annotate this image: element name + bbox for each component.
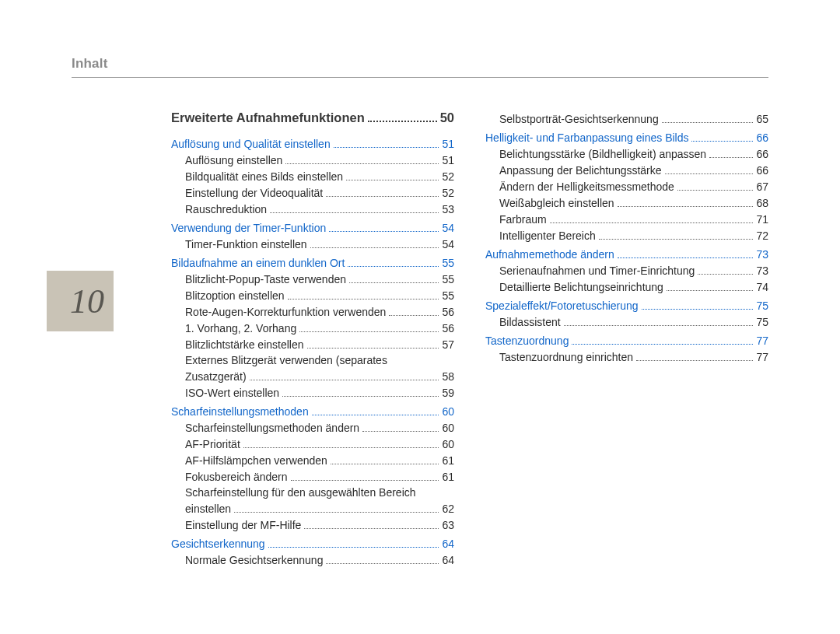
toc-section-page: 60 <box>442 404 454 419</box>
toc-sub-entry[interactable]: Rauschreduktion53 <box>171 201 454 217</box>
toc-sub-entry[interactable]: AF-Priorität60 <box>171 436 454 452</box>
toc-section-entry[interactable]: Tastenzuordnung77 <box>485 333 768 349</box>
leader-dots <box>389 315 439 316</box>
toc-sub-label: 1. Vorhang, 2. Vorhang <box>171 321 296 336</box>
toc-section-entry[interactable]: Aufnahmemethode ändern73 <box>485 247 768 262</box>
toc-sub-entry[interactable]: Einstellung der Videoqualität52 <box>171 185 454 201</box>
toc-sub-entry[interactable]: Tastenzuordnung einrichten77 <box>485 349 768 365</box>
toc-sub-page: 59 <box>442 385 454 401</box>
toc-section-label: Tastenzuordnung <box>485 333 569 349</box>
toc-sub-label: Fokusbereich ändern <box>171 469 288 485</box>
leader-dots <box>334 147 439 148</box>
toc-sub-entry[interactable]: Blitzlichtstärke einstellen57 <box>171 337 454 352</box>
toc-sub-page: 72 <box>756 228 768 243</box>
leader-dots <box>329 231 439 232</box>
chapter-entry[interactable]: Erweiterte Aufnahmefunktionen 50 <box>171 110 454 125</box>
toc-sub-entry[interactable]: 1. Vorhang, 2. Vorhang56 <box>171 321 454 336</box>
toc-section-page: 66 <box>756 130 768 145</box>
toc-section-entry[interactable]: Spezialeffekt/Fotoretuschierung75 <box>485 298 768 313</box>
header-bar: Inhalt <box>72 56 768 78</box>
toc-sub-entry[interactable]: Scharfeinstellungsmethoden ändern60 <box>171 420 454 436</box>
leader-dots <box>250 380 439 380</box>
toc-sub-entry[interactable]: Blitzlicht-Popup-Taste verwenden55 <box>171 271 454 287</box>
toc-sub-label: Anpassung der Belichtungsstärke <box>485 163 662 178</box>
toc-sub-entry[interactable]: Bildassistent75 <box>485 314 768 330</box>
leader-dots <box>346 180 439 180</box>
leader-dots <box>285 163 439 164</box>
toc-sub-page: 68 <box>756 195 768 211</box>
toc-section-page: 54 <box>442 220 454 236</box>
toc-sub-entry[interactable]: Serienaufnahmen und Timer-Einrichtung73 <box>485 263 768 278</box>
toc-sub-label: ISO-Wert einstellen <box>171 385 279 401</box>
toc-sub-entry[interactable]: Farbraum71 <box>485 212 768 227</box>
toc-sub-entry[interactable]: Timer-Funktion einstellen54 <box>171 236 454 252</box>
leader-dots <box>667 290 754 291</box>
toc-sub-page: 66 <box>756 146 768 162</box>
toc-sub-label: Selbstporträt-Gesichtserkennung <box>485 111 659 127</box>
toc-sub-entry[interactable]: Bildqualität eines Bilds einstellen52 <box>171 169 454 184</box>
leader-dots <box>618 257 754 258</box>
toc-sub-page: 63 <box>442 517 454 533</box>
toc-sub-label: Rauschreduktion <box>171 201 267 217</box>
toc-section-entry[interactable]: Verwendung der Timer-Funktion54 <box>171 220 454 236</box>
toc-sub-label: Einstellung der Videoqualität <box>171 185 323 201</box>
toc-sub-entry-continued[interactable]: einstellen62 <box>171 501 454 517</box>
toc-sub-entry[interactable]: ISO-Wert einstellen59 <box>171 385 454 401</box>
leader-dots <box>665 173 754 174</box>
toc-sub-label: Detaillierte Belichtungseinrichtung <box>485 279 663 295</box>
leader-dots <box>698 274 753 275</box>
toc-sub-label: Einstellung der MF-Hilfe <box>171 517 301 533</box>
page-number: 10 <box>70 282 104 321</box>
toc-section-entry[interactable]: Auflösung und Qualität einstellen51 <box>171 136 454 152</box>
toc-sub-entry[interactable]: Auflösung einstellen51 <box>171 152 454 168</box>
toc-content: Erweiterte Aufnahmefunktionen 50 Auflösu… <box>171 110 768 611</box>
toc-section-label: Auflösung und Qualität einstellen <box>171 136 331 152</box>
toc-sub-label: Blitzoption einstellen <box>171 288 285 303</box>
toc-sub-entry[interactable]: Belichtungsstärke (Bildhelligkeit) anpas… <box>485 146 768 162</box>
toc-sub-label: AF-Hilfslämpchen verwenden <box>171 453 327 468</box>
toc-section-page: 64 <box>442 536 454 552</box>
toc-sub-label: Serienaufnahmen und Timer-Einrichtung <box>485 263 695 278</box>
toc-sub-label: einstellen <box>171 501 231 517</box>
toc-sub-entry-continued[interactable]: Zusatzgerät)58 <box>171 369 454 384</box>
toc-sub-page: 65 <box>756 111 768 127</box>
leader-dots <box>677 190 754 191</box>
toc-section-page: 73 <box>756 247 768 262</box>
toc-section-label: Scharfeinstellungsmethoden <box>171 404 309 419</box>
toc-sub-entry[interactable]: Rote-Augen-Korrekturfunktion verwenden56 <box>171 304 454 320</box>
toc-section-label: Gesichtserkennung <box>171 536 265 552</box>
toc-sub-label: Weißabgleich einstellen <box>485 195 614 211</box>
toc-sub-entry[interactable]: Anpassung der Belichtungsstärke66 <box>485 163 768 178</box>
toc-sub-entry[interactable]: Ändern der Helligkeitsmessmethode67 <box>485 179 768 194</box>
toc-sub-page: 61 <box>442 469 454 485</box>
toc-sub-entry[interactable]: Blitzoption einstellen55 <box>171 288 454 303</box>
toc-sub-label: Tastenzuordnung einrichten <box>485 349 633 365</box>
toc-sub-entry[interactable]: Fokusbereich ändern61 <box>171 469 454 485</box>
toc-sub-page: 55 <box>442 288 454 303</box>
toc-sub-entry[interactable]: Normale Gesichtserkennung64 <box>171 552 454 568</box>
toc-sub-entry[interactable]: Intelligenter Bereich72 <box>485 228 768 243</box>
leader-dots <box>709 157 753 158</box>
toc-sub-label: AF-Priorität <box>171 436 240 452</box>
header-title: Inhalt <box>72 56 108 71</box>
toc-sub-entry[interactable]: AF-Hilfslämpchen verwenden61 <box>171 453 454 468</box>
toc-section-entry[interactable]: Bildaufnahme an einem dunklen Ort55 <box>171 255 454 271</box>
toc-sub-label: Scharfeinstellungsmethoden ändern <box>171 420 359 436</box>
leader-dots <box>326 196 439 197</box>
toc-section-page: 77 <box>756 333 768 349</box>
toc-section-entry[interactable]: Gesichtserkennung64 <box>171 536 454 552</box>
toc-sub-entry[interactable]: Externes Blitzgerät verwenden (separates <box>171 352 454 368</box>
toc-sub-entry[interactable]: Detaillierte Belichtungseinrichtung74 <box>485 279 768 295</box>
leader-dots <box>349 282 439 283</box>
toc-column-left: Erweiterte Aufnahmefunktionen 50 Auflösu… <box>171 110 454 611</box>
toc-sub-page: 77 <box>756 349 768 365</box>
toc-sub-entry[interactable]: Selbstporträt-Gesichtserkennung65 <box>485 111 768 127</box>
leader-dots <box>288 299 439 299</box>
toc-sub-entry[interactable]: Scharfeinstellung für den ausgewählten B… <box>171 485 454 500</box>
toc-sub-entry[interactable]: Einstellung der MF-Hilfe63 <box>171 517 454 533</box>
toc-section-entry[interactable]: Scharfeinstellungsmethoden60 <box>171 404 454 419</box>
toc-sub-label: Blitzlicht-Popup-Taste verwenden <box>171 271 346 287</box>
toc-section-entry[interactable]: Helligkeit- und Farbanpassung eines Bild… <box>485 130 768 145</box>
toc-sub-entry[interactable]: Weißabgleich einstellen68 <box>485 195 768 211</box>
toc-sub-label: Belichtungsstärke (Bildhelligkeit) anpas… <box>485 146 706 162</box>
